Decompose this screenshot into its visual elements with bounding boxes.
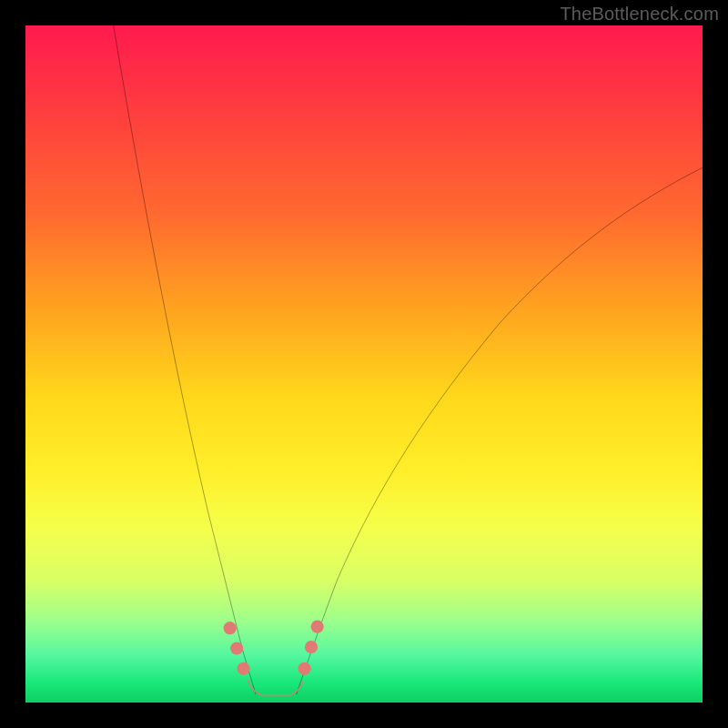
chart-stage: TheBottleneck.com	[0, 0, 728, 728]
svg-point-1	[230, 642, 243, 654]
svg-point-3	[298, 662, 310, 675]
right-curve	[297, 167, 703, 694]
markers-left	[224, 622, 250, 675]
markers-right	[298, 621, 323, 675]
left-curve	[114, 25, 256, 694]
floor-segment	[248, 680, 303, 694]
svg-point-2	[238, 662, 250, 675]
svg-point-4	[305, 641, 318, 653]
svg-point-5	[311, 621, 324, 633]
chart-svg	[25, 25, 703, 703]
watermark-text: TheBottleneck.com	[560, 4, 719, 25]
svg-point-0	[224, 622, 237, 634]
plot-area	[25, 25, 703, 703]
